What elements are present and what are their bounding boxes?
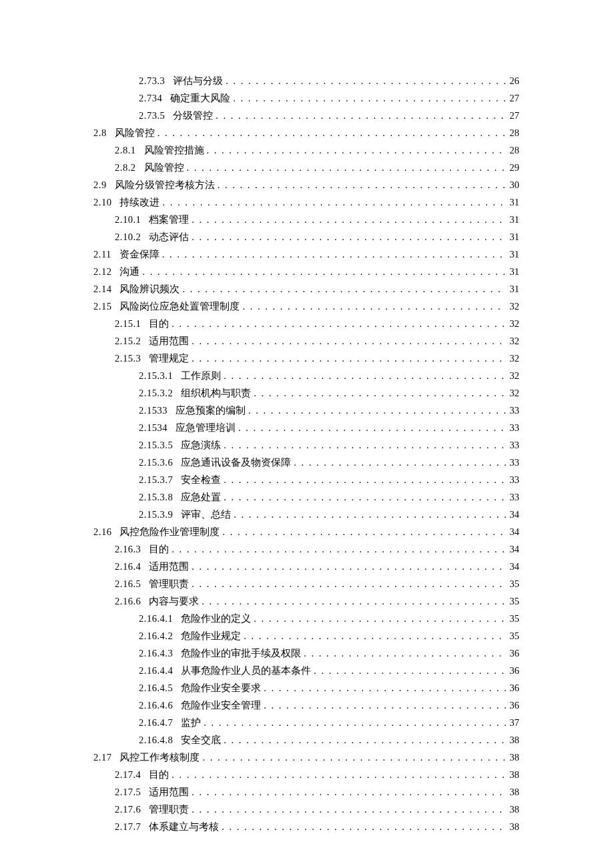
table-of-contents: 2.73.3评估与分级262.734确定重大风险272.73.5分级管控272.… <box>93 72 519 835</box>
toc-dot-leader <box>182 280 505 298</box>
toc-entry: 2.15.3.5应急演练33 <box>93 436 519 454</box>
toc-entry-number: 2.17 <box>93 749 119 766</box>
toc-entry: 2.16风控危险作业管理制度34 <box>93 523 519 540</box>
toc-dot-leader <box>158 124 506 141</box>
toc-entry-title: 应急管理培训 <box>176 419 238 436</box>
toc-dot-leader <box>234 506 505 523</box>
toc-entry-page: 32 <box>506 315 520 332</box>
toc-entry-number: 2.16.4.6 <box>139 697 181 714</box>
toc-entry-page: 32 <box>506 367 520 384</box>
toc-entry-number: 2.10 <box>93 193 119 211</box>
toc-entry-page: 34 <box>506 558 520 575</box>
toc-entry-title: 应急演练 <box>181 436 224 454</box>
toc-dot-leader <box>187 159 506 176</box>
toc-entry-page: 31 <box>506 228 520 246</box>
toc-dot-leader <box>204 714 505 731</box>
toc-entry-number: 2.17.5 <box>115 783 149 801</box>
toc-dot-leader <box>244 627 505 644</box>
toc-entry: 2.14风险辨识频次31 <box>93 280 519 298</box>
toc-entry-title: 风险辨识频次 <box>119 280 182 298</box>
toc-entry: 2.17.7体系建立与考核38 <box>93 818 519 835</box>
toc-dot-leader <box>202 592 505 610</box>
toc-entry-title: 内容与要求 <box>149 592 202 610</box>
toc-dot-leader <box>222 523 505 540</box>
toc-entry-page: 34 <box>506 540 520 558</box>
toc-entry-number: 2.73.3 <box>139 72 173 89</box>
toc-entry-title: 持续改进 <box>119 193 162 211</box>
toc-entry-number: 2.16.5 <box>115 575 149 592</box>
toc-dot-leader <box>224 731 505 749</box>
toc-entry-number: 2.16.4.4 <box>139 662 181 679</box>
toc-entry-page: 35 <box>506 592 520 610</box>
toc-entry-title: 动态评估 <box>149 228 192 246</box>
toc-entry-page: 38 <box>506 731 520 749</box>
toc-entry: 2.15.1目的32 <box>93 315 519 332</box>
toc-entry-page: 33 <box>506 471 520 488</box>
toc-dot-leader <box>162 193 505 211</box>
toc-entry: 2.9风险分级管控考核方法30 <box>93 176 519 193</box>
toc-entry: 2.8.1风险管控措施28 <box>93 141 519 159</box>
toc-entry: 2.10持续改进31 <box>93 193 519 211</box>
toc-entry-number: 2.15.3.8 <box>139 488 181 506</box>
toc-entry-number: 2.15.3.1 <box>139 367 181 384</box>
toc-dot-leader <box>264 697 505 714</box>
toc-entry-page: 27 <box>506 107 520 124</box>
toc-entry-title: 评审、总结 <box>181 506 234 523</box>
toc-entry-number: 2.15.3 <box>115 350 149 367</box>
toc-entry-title: 管理职责 <box>149 575 192 592</box>
toc-entry: 2.15.3.6应急通讯设备及物资保障33 <box>93 454 519 471</box>
toc-entry-number: 2.734 <box>139 89 170 107</box>
toc-entry-number: 2.14 <box>93 280 119 298</box>
toc-dot-leader <box>264 679 505 697</box>
toc-dot-leader <box>192 801 505 818</box>
toc-entry-page: 28 <box>506 141 520 159</box>
toc-entry-title: 管理职责 <box>149 801 192 818</box>
toc-entry: 2.73.5分级管控27 <box>93 107 519 124</box>
toc-entry-number: 2.8.1 <box>115 141 144 159</box>
toc-entry-number: 2.16.4.7 <box>139 714 181 731</box>
toc-entry-title: 应急预案的编制 <box>176 402 248 419</box>
toc-dot-leader <box>218 176 506 193</box>
toc-entry-page: 36 <box>506 679 520 697</box>
toc-entry-page: 36 <box>506 662 520 679</box>
toc-entry-number: 2.15.1 <box>115 315 149 332</box>
toc-entry-page: 33 <box>506 419 520 436</box>
toc-entry-title: 监护 <box>181 714 204 731</box>
toc-dot-leader <box>314 662 505 679</box>
toc-entry: 2.15.3.8应急处置33 <box>93 488 519 506</box>
toc-entry-page: 34 <box>506 523 520 540</box>
toc-entry-number: 2.17.7 <box>115 818 149 835</box>
toc-dot-leader <box>162 246 506 263</box>
toc-entry: 2.16.6内容与要求35 <box>93 592 519 610</box>
toc-entry: 2.16.4.7监护37 <box>93 714 519 731</box>
toc-entry-number: 2.16.3 <box>115 540 149 558</box>
toc-entry-page: 38 <box>506 801 520 818</box>
toc-entry-title: 风控危险作业管理制度 <box>119 523 222 540</box>
toc-entry-title: 危险作业的审批手续及权限 <box>181 644 304 662</box>
toc-entry-number: 2.16.4.1 <box>139 610 181 627</box>
toc-entry-page: 38 <box>506 766 520 783</box>
toc-entry-title: 适用范围 <box>149 783 192 801</box>
toc-dot-leader <box>224 367 505 384</box>
toc-entry-number: 2.73.5 <box>139 107 173 124</box>
toc-entry: 2.16.5管理职责35 <box>93 575 519 592</box>
toc-entry-title: 适用范围 <box>149 558 192 575</box>
toc-entry: 2.15.3.7安全检查33 <box>93 471 519 488</box>
toc-entry-title: 应急通讯设备及物资保障 <box>181 454 294 471</box>
toc-entry-title: 风险管控 <box>115 124 158 141</box>
toc-entry-page: 34 <box>506 506 520 523</box>
toc-entry-page: 35 <box>506 627 520 644</box>
toc-entry-title: 风险管控措施 <box>144 141 207 159</box>
toc-entry-number: 2.17.6 <box>115 801 149 818</box>
toc-entry: 2.1533应急预案的编制33 <box>93 402 519 419</box>
toc-entry-page: 37 <box>506 714 520 731</box>
toc-entry: 2.17.4目的38 <box>93 766 519 783</box>
toc-dot-leader <box>224 436 505 454</box>
toc-entry-page: 31 <box>506 211 520 228</box>
toc-entry-title: 风险岗位应急处置管理制度 <box>119 298 242 315</box>
toc-entry-title: 确定重大风险 <box>170 89 233 107</box>
toc-entry: 2.16.4.6危险作业安全管理36 <box>93 697 519 714</box>
toc-entry: 2.16.3目的34 <box>93 540 519 558</box>
toc-entry-title: 组织机构与职责 <box>181 384 254 402</box>
toc-dot-leader <box>294 454 505 471</box>
